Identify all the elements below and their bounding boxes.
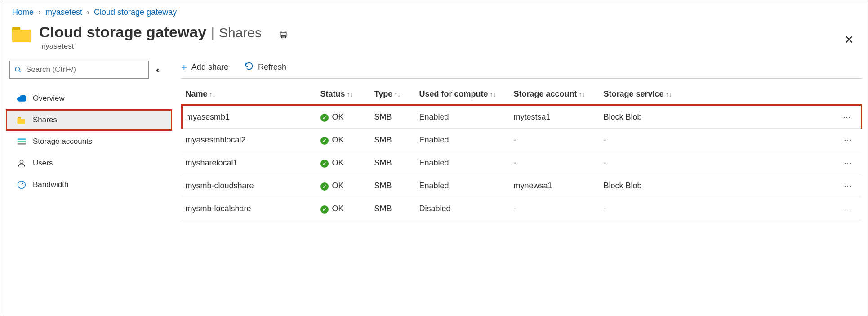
- status-ok-icon: ✓: [320, 205, 329, 214]
- table-row[interactable]: myasesmblocal2✓OKSMBEnabled--⋯: [182, 129, 862, 151]
- svg-rect-5: [18, 138, 26, 140]
- svg-rect-7: [18, 143, 26, 144]
- resource-name: myasetest: [39, 42, 262, 51]
- row-menu-button[interactable]: ⋯: [685, 197, 862, 220]
- svg-rect-6: [18, 141, 26, 142]
- cell-service: Block Blob: [600, 105, 685, 129]
- col-service[interactable]: Storage service↑↓: [600, 85, 685, 105]
- sidebar-item-label: Storage accounts: [33, 137, 92, 146]
- search-input[interactable]: [25, 65, 144, 75]
- page-subtitle-section: Shares: [219, 25, 262, 40]
- refresh-icon: [245, 62, 254, 73]
- cell-name: mysmb-cloudshare: [182, 174, 317, 197]
- sidebar-item-shares[interactable]: Shares: [6, 109, 172, 131]
- sidebar-item-users[interactable]: Users: [6, 152, 172, 174]
- button-label: Add share: [191, 62, 228, 72]
- breadcrumb-section[interactable]: Cloud storage gateway: [94, 8, 177, 17]
- main-content: + Add share Refresh Name↑↓: [172, 53, 867, 220]
- chevron-right-icon: ›: [38, 8, 41, 17]
- cell-status: ✓OK: [317, 129, 371, 151]
- cell-type: SMB: [371, 129, 416, 151]
- row-menu-button[interactable]: ⋯: [685, 129, 862, 151]
- cell-name: myasesmblocal2: [182, 129, 317, 151]
- add-share-button[interactable]: + Add share: [181, 62, 228, 73]
- col-name[interactable]: Name↑↓: [182, 85, 317, 105]
- cell-service: -: [600, 197, 685, 220]
- sidebar-item-bandwidth[interactable]: Bandwidth: [6, 174, 172, 196]
- cell-service: -: [600, 129, 685, 151]
- search-icon: [14, 66, 22, 73]
- status-ok-icon: ✓: [320, 160, 329, 168]
- button-label: Refresh: [258, 62, 286, 72]
- cell-name: myasesmb1: [182, 105, 317, 129]
- table-row[interactable]: mysmb-localshare✓OKSMBDisabled--⋯: [182, 197, 862, 220]
- cell-compute: Enabled: [416, 105, 510, 129]
- sort-icon: ↑↓: [209, 91, 216, 98]
- svg-point-8: [20, 160, 23, 164]
- table-row[interactable]: mysharelocal1✓OKSMBEnabled--⋯: [182, 151, 862, 174]
- cloud-icon: [17, 95, 27, 102]
- breadcrumb-home[interactable]: Home: [12, 8, 34, 17]
- cell-type: SMB: [371, 197, 416, 220]
- sort-icon: ↑↓: [490, 91, 496, 98]
- sort-icon: ↑↓: [394, 91, 401, 98]
- cell-account: -: [510, 197, 600, 220]
- sort-icon: ↑↓: [666, 91, 672, 98]
- chevron-right-icon: ›: [87, 8, 89, 17]
- gauge-icon: [17, 180, 27, 189]
- folder-icon: [12, 27, 31, 42]
- col-type[interactable]: Type↑↓: [371, 85, 416, 105]
- toolbar: + Add share Refresh: [181, 59, 862, 79]
- folder-icon: [17, 116, 27, 124]
- svg-point-3: [15, 67, 19, 71]
- storage-icon: [17, 138, 27, 145]
- sidebar: ‹‹ Overview Shares Storage accounts: [1, 53, 172, 220]
- row-menu-button[interactable]: ⋯: [685, 151, 862, 174]
- search-input-wrapper[interactable]: [9, 61, 149, 79]
- sort-icon: ↑↓: [347, 91, 353, 98]
- cell-status: ✓OK: [317, 197, 371, 220]
- sidebar-item-storage-accounts[interactable]: Storage accounts: [6, 131, 172, 152]
- cell-name: mysharelocal1: [182, 151, 317, 174]
- refresh-button[interactable]: Refresh: [245, 62, 286, 73]
- status-ok-icon: ✓: [320, 137, 329, 145]
- cell-type: SMB: [371, 105, 416, 129]
- cell-type: SMB: [371, 174, 416, 197]
- svg-rect-2: [281, 36, 285, 38]
- cell-service: Block Blob: [600, 174, 685, 197]
- user-icon: [17, 159, 27, 167]
- close-icon[interactable]: ✕: [844, 33, 854, 47]
- status-ok-icon: ✓: [320, 182, 329, 191]
- cell-account: mynewsa1: [510, 174, 600, 197]
- cell-compute: Enabled: [416, 151, 510, 174]
- page-title: Cloud storage gateway: [39, 23, 206, 41]
- sidebar-item-label: Bandwidth: [33, 180, 68, 189]
- svg-line-4: [19, 71, 20, 72]
- plus-icon: +: [181, 62, 187, 73]
- cell-account: -: [510, 129, 600, 151]
- cell-account: -: [510, 151, 600, 174]
- sidebar-item-label: Users: [33, 159, 53, 168]
- cell-status: ✓OK: [317, 174, 371, 197]
- row-menu-button[interactable]: ⋯: [685, 105, 862, 129]
- col-status[interactable]: Status↑↓: [317, 85, 371, 105]
- print-icon[interactable]: [279, 30, 289, 40]
- sidebar-item-overview[interactable]: Overview: [6, 88, 172, 109]
- breadcrumb: Home › myasetest › Cloud storage gateway: [1, 1, 867, 20]
- cell-type: SMB: [371, 151, 416, 174]
- row-menu-button[interactable]: ⋯: [685, 174, 862, 197]
- col-account[interactable]: Storage account↑↓: [510, 85, 600, 105]
- sidebar-item-label: Shares: [33, 116, 57, 125]
- cell-compute: Disabled: [416, 197, 510, 220]
- sort-icon: ↑↓: [579, 91, 585, 98]
- cell-compute: Enabled: [416, 129, 510, 151]
- cell-account: mytestsa1: [510, 105, 600, 129]
- col-compute[interactable]: Used for compute↑↓: [416, 85, 510, 105]
- sidebar-item-label: Overview: [33, 94, 65, 103]
- table-row[interactable]: myasesmb1✓OKSMBEnabledmytestsa1Block Blo…: [182, 105, 862, 129]
- cell-status: ✓OK: [317, 151, 371, 174]
- table-row[interactable]: mysmb-cloudshare✓OKSMBEnabledmynewsa1Blo…: [182, 174, 862, 197]
- cell-status: ✓OK: [317, 105, 371, 129]
- breadcrumb-resource[interactable]: myasetest: [45, 8, 82, 17]
- status-ok-icon: ✓: [320, 114, 329, 122]
